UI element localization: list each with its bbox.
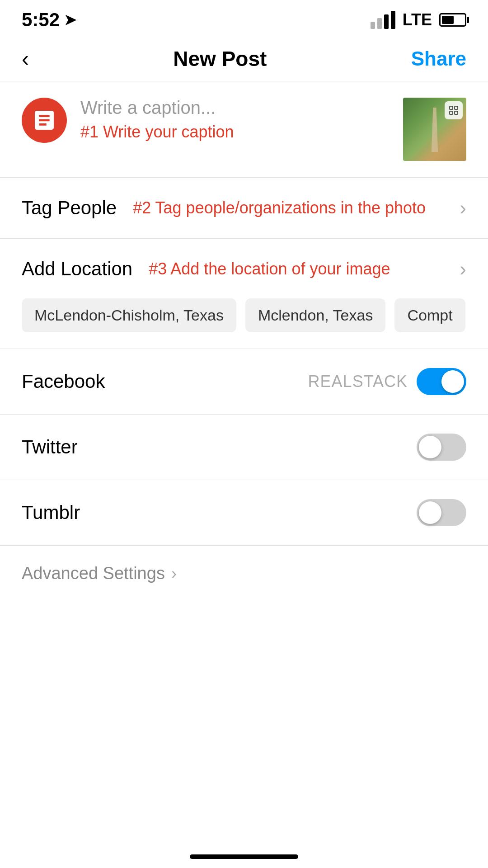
share-button[interactable]: Share [411,47,466,70]
tag-people-row[interactable]: Tag People #2 Tag people/organizations i… [0,178,488,239]
time-display: 5:52 [22,9,60,31]
signal-icon [371,11,395,29]
add-location-chevron: › [460,258,466,280]
tumblr-label: Tumblr [22,502,80,524]
caption-placeholder: Write a caption... [80,98,389,118]
advanced-settings-label: Advanced Settings [22,564,165,583]
add-location-row[interactable]: Add Location #3 Add the location of your… [0,239,488,289]
add-location-left: Add Location #3 Add the location of your… [22,258,460,280]
svg-rect-1 [455,106,458,109]
status-icons: LTE [371,10,466,29]
add-location-label: Add Location [22,258,132,280]
page-title: New Post [173,47,267,71]
svg-rect-2 [450,111,453,114]
location-tag-1[interactable]: McLendon-Chisholm, Texas [22,298,236,332]
status-bar: 5:52 ➤ LTE [0,0,488,36]
svg-rect-0 [450,106,453,109]
location-tag-3[interactable]: Compt [394,298,465,332]
svg-rect-3 [455,111,458,114]
status-time: 5:52 ➤ [22,9,76,31]
facebook-left: Facebook [22,371,105,392]
nav-bar: ‹ New Post Share [0,36,488,81]
facebook-label: Facebook [22,371,105,392]
back-button[interactable]: ‹ [22,46,29,71]
facebook-right: REALSTACK [308,368,466,395]
note-icon [32,108,57,133]
advanced-settings-row[interactable]: Advanced Settings › [0,546,488,601]
thumbnail-overlay-icon [445,101,463,119]
caption-text-area[interactable]: Write a caption... #1 Write your caption [80,98,389,142]
location-arrow-icon: ➤ [64,11,76,28]
twitter-label: Twitter [22,436,78,458]
tumblr-toggle[interactable] [417,499,466,526]
tag-people-hint: #2 Tag people/organizations in the photo [133,198,426,217]
tumblr-left: Tumblr [22,502,80,524]
twitter-right [417,434,466,461]
caption-section: Write a caption... #1 Write your caption [0,81,488,178]
caption-hint: #1 Write your caption [80,123,389,142]
user-avatar [22,98,67,143]
facebook-row: Facebook REALSTACK [0,349,488,415]
home-indicator [190,854,298,859]
battery-icon [439,13,466,27]
tag-people-label: Tag People [22,197,117,219]
location-tags: McLendon-Chisholm, Texas Mclendon, Texas… [0,289,488,349]
twitter-left: Twitter [22,436,78,458]
twitter-toggle-knob [419,436,441,458]
tumblr-right [417,499,466,526]
add-location-hint: #3 Add the location of your image [149,259,390,278]
post-thumbnail [403,98,466,161]
twitter-toggle[interactable] [417,434,466,461]
facebook-toggle-knob [441,370,464,393]
advanced-settings-chevron: › [171,564,177,583]
twitter-row: Twitter [0,415,488,480]
tumblr-toggle-knob [419,501,441,524]
tumblr-row: Tumblr [0,480,488,546]
lte-icon: LTE [403,10,432,29]
location-tag-2[interactable]: Mclendon, Texas [245,298,386,332]
facebook-account: REALSTACK [308,372,408,391]
tag-people-left: Tag People #2 Tag people/organizations i… [22,197,460,219]
tag-people-chevron: › [460,197,466,219]
facebook-toggle[interactable] [417,368,466,395]
